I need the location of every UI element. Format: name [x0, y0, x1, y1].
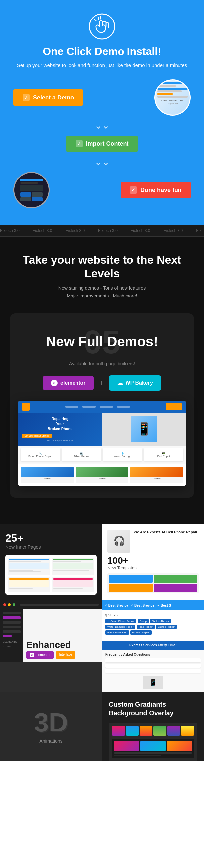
- builder-row: e elementor + ☁ WP Bakery: [18, 375, 186, 391]
- elementor-icon: e: [51, 380, 58, 386]
- dot-red: [3, 603, 6, 606]
- elementor-button[interactable]: e elementor: [43, 376, 94, 391]
- repair-mockup: RepairingYourBroken Phone Get Your Repai…: [18, 401, 186, 486]
- wpbakery-button[interactable]: ☁ WP Bakery: [109, 375, 161, 391]
- select-demo-label: Select a Demo: [33, 94, 74, 101]
- mockup-grid: [114, 741, 192, 751]
- repair-nav-items: [32, 406, 163, 408]
- express-banner: Express Services Every Time!: [102, 641, 204, 650]
- page-preview: [8, 577, 50, 592]
- sidebar-item: [3, 616, 21, 619]
- woo-cell: ✓ Best Srevice ✓ Best Srevice ✓ Best S $…: [102, 600, 204, 692]
- ticker-item: Fixtech 3.0: [33, 228, 52, 233]
- demo-preview: ✓ Best Srevice ✓ Best Tagline Text: [154, 79, 191, 116]
- gradient-cell: Custom Gradiants Background Overlay: [102, 692, 204, 761]
- tag-raid: RAID Installation: [105, 630, 129, 634]
- repair-link: Find All Repair Service →: [22, 439, 98, 442]
- ticker-inner: Fixtech 3.0 Fixtech 3.0 Fixtech 3.0 Fixt…: [0, 228, 204, 233]
- inner-pages-mockup: [5, 555, 97, 595]
- demos-count-container: 05 New Full Demos!: [83, 325, 120, 358]
- done-fun-button[interactable]: ✓ Done have fun: [121, 182, 191, 198]
- ticker-item: Fixtech 3.0: [131, 228, 150, 233]
- service-item: 🔧Smart Phone Repair: [21, 448, 60, 461]
- elements-label: ELEMENTS: [3, 640, 21, 643]
- page-preview: [52, 577, 94, 592]
- e-icon: e: [30, 653, 34, 657]
- plus-sign: +: [99, 378, 104, 388]
- swatch-orange: [140, 726, 153, 736]
- chevron-down-2: ⌄⌄: [7, 157, 197, 166]
- hero-subtitle: Set up your website to look and function…: [7, 61, 197, 69]
- hero-title: One Click Demo Install!: [7, 45, 197, 58]
- cloud-icon: ☁: [117, 379, 123, 387]
- tag-tablets: Tablets Repair: [150, 619, 171, 623]
- dot-yellow: [8, 603, 10, 606]
- badge-row: e elementor Interface: [26, 651, 99, 659]
- swatch-purple: [167, 726, 180, 736]
- import-content-button[interactable]: ✓ Import Content: [66, 135, 138, 152]
- service-ticker-top: ✓ Best Srevice ✓ Best Srevice ✓ Best S: [102, 600, 204, 610]
- ticker-section: Fixtech 3.0 Fixtech 3.0 Fixtech 3.0 Fixt…: [0, 225, 204, 237]
- express-label: Express Services Every Time!: [105, 643, 201, 647]
- feature-main-title: Take your website to the Next Levels: [10, 253, 194, 280]
- product-area: $ 90.25 ✓ Smart Phone Repair Comp Tablet…: [102, 610, 204, 641]
- interface-badge: Interface: [56, 651, 75, 659]
- elementor-cell: ELEMENTS GLOBAL Enhanced e elementor Int…: [0, 600, 102, 692]
- inner-pages-cell: 25+ New Inner Pages: [0, 524, 102, 600]
- service-item: 💧Water Damage: [103, 448, 143, 461]
- wpbakery-label: WP Bakery: [126, 380, 153, 386]
- templates-count: 100+: [107, 556, 199, 565]
- demos-available: Available for both page builders!: [18, 361, 186, 366]
- phone-preview: [13, 172, 50, 208]
- page-preview: [52, 558, 94, 576]
- tag-laptop: Laptop Repair: [156, 625, 177, 629]
- repair-services: 🔧Smart Phone Repair 💻Tablet Repair 💧Wate…: [18, 445, 186, 464]
- product-card: Product: [21, 467, 74, 483]
- gradient-title: Custom Gradiants Background Overlay: [109, 700, 197, 717]
- repair-hero-right: 📱: [102, 412, 186, 445]
- mockup-panel: [167, 741, 192, 751]
- svg-point-0: [90, 14, 114, 39]
- templates-label: New Templates: [107, 565, 199, 570]
- ticker-item: Fixtech 3.0: [98, 228, 118, 233]
- mockup-panel: [141, 741, 166, 751]
- enhanced-text: Enhanced: [26, 640, 99, 650]
- feature-main-subtitle: New stuning demos - Tons of new features…: [10, 284, 194, 300]
- sidebar-item: [3, 635, 11, 637]
- inner-pages-count: 25+: [5, 532, 97, 545]
- check-icon-2: ✓: [76, 140, 83, 148]
- repair-title: RepairingYourBroken Phone: [22, 416, 98, 432]
- elementor-top-bar: [0, 600, 102, 609]
- product-card: Product: [76, 467, 128, 483]
- page-preview: [8, 558, 50, 576]
- sidebar-item: [3, 626, 21, 628]
- service-item: 📟iPad Repair: [144, 448, 183, 461]
- features-grid: 25+ New Inner Pages: [0, 524, 204, 761]
- select-demo-button[interactable]: ✓ Select a Demo: [13, 89, 83, 106]
- check-icon-3: ✓: [130, 186, 137, 194]
- nav-item: [65, 406, 78, 408]
- swatch-green: [153, 726, 166, 736]
- service-ticker-text: ✓ Best Srevice ✓ Best Srevice ✓ Best S: [102, 603, 174, 607]
- website-mockup: [112, 739, 194, 758]
- elementor-canvas: Enhanced e elementor Interface: [23, 609, 102, 662]
- swatch-pink: [112, 726, 125, 736]
- hand-icon: [7, 13, 197, 41]
- faq-item: [105, 669, 201, 673]
- tag-smart-phone: ✓ Smart Phone Repair: [105, 619, 136, 623]
- repair-cta-btn: Get Your Repair Started: [22, 434, 52, 438]
- nav-item: [100, 406, 113, 408]
- 3d-cell: 3D Animations: [0, 692, 102, 761]
- repair-nav-logo: [22, 403, 30, 410]
- ticker-item: Fixtech 3.0: [196, 228, 204, 233]
- tag-ipad: Ipad Repair: [137, 625, 154, 629]
- check-icon-1: ✓: [23, 94, 30, 101]
- gradient-swatches: [109, 722, 197, 739]
- demos-count-card: 05 New Full Demos! Available for both pa…: [10, 313, 194, 498]
- templates-mockup: [107, 574, 199, 593]
- global-label: GLOBAL: [3, 645, 21, 648]
- elementor-label: elementor: [60, 380, 85, 386]
- faq-item: [105, 658, 201, 662]
- sidebar-item: [3, 630, 21, 633]
- headphone-image: 🎧: [107, 529, 130, 553]
